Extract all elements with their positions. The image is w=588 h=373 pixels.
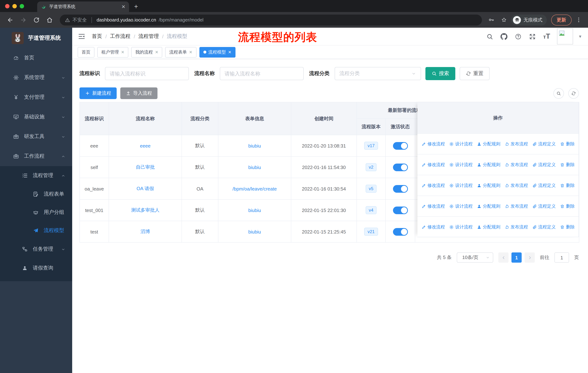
active-toggle[interactable] <box>393 206 408 214</box>
sidebar-item-system[interactable]: 系统管理 <box>0 68 72 87</box>
action-assign[interactable]: 分配规则 <box>477 182 500 189</box>
sidebar-item-devtools[interactable]: 研发工具 <box>0 127 72 146</box>
sidebar-item-workflow[interactable]: 工作流程 <box>0 146 72 166</box>
action-definition[interactable]: 流程定义 <box>532 161 556 168</box>
sidebar-item-task-management[interactable]: 任务管理 <box>0 240 72 259</box>
row-form-link[interactable]: biubiu <box>248 229 261 234</box>
process-key-input[interactable] <box>105 67 189 80</box>
action-definition[interactable]: 流程定义 <box>532 203 556 209</box>
action-assign[interactable]: 分配规则 <box>477 161 500 168</box>
action-edit[interactable]: 修改流程 <box>421 161 445 168</box>
action-definition[interactable]: 流程定义 <box>532 224 556 230</box>
breadcrumb-home[interactable]: 首页 <box>92 33 102 40</box>
action-assign[interactable]: 分配规则 <box>477 224 500 230</box>
action-delete[interactable]: 删除 <box>560 224 575 230</box>
action-delete[interactable]: 删除 <box>560 203 575 209</box>
tag-home[interactable]: 首页 <box>78 47 94 57</box>
tab-close-icon[interactable]: ✕ <box>121 4 126 9</box>
reload-icon[interactable] <box>33 17 40 23</box>
action-publish[interactable]: 发布流程 <box>504 161 528 168</box>
active-toggle[interactable] <box>393 228 408 235</box>
process-name-input[interactable] <box>220 67 304 80</box>
import-process-button[interactable]: 导入流程 <box>120 87 158 99</box>
breadcrumb-workflow[interactable]: 工作流程 <box>110 33 130 40</box>
row-form-link[interactable]: /bpm/oa/leave/create <box>232 186 277 192</box>
row-name-link[interactable]: 滔博 <box>141 229 150 234</box>
action-delete[interactable]: 删除 <box>560 161 575 168</box>
fullscreen-icon[interactable] <box>529 33 536 40</box>
browser-tab[interactable]: 芋道管理系统 ✕ <box>37 1 129 12</box>
active-toggle[interactable] <box>393 185 408 192</box>
action-assign[interactable]: 分配规则 <box>477 203 500 209</box>
sidebar-item-process-form[interactable]: 流程表单 <box>0 185 72 203</box>
goto-page-input[interactable] <box>555 252 569 263</box>
sidebar-collapse-icon[interactable] <box>78 33 85 40</box>
row-form-link[interactable]: biubiu <box>248 164 261 170</box>
page-size-select[interactable]: 10条/页 <box>457 252 493 263</box>
row-name-link[interactable]: 自己审批 <box>136 164 155 170</box>
active-toggle[interactable] <box>393 142 408 150</box>
action-edit[interactable]: 修改流程 <box>421 203 445 209</box>
action-publish[interactable]: 发布流程 <box>504 224 528 230</box>
sidebar-item-home[interactable]: 首页 <box>0 48 72 68</box>
tag-tenant[interactable]: 租户管理✕ <box>97 47 128 57</box>
action-design[interactable]: 设计流程 <box>449 203 473 209</box>
prev-page-button[interactable] <box>498 252 509 263</box>
action-delete[interactable]: 删除 <box>560 182 575 189</box>
tag-process-model[interactable]: 流程模型✕ <box>199 47 235 57</box>
address-bar[interactable]: 不安全 dashboard.yudao.iocoder.cn/bpm/manag… <box>60 14 482 25</box>
action-assign[interactable]: 分配规则 <box>477 141 500 147</box>
next-page-button[interactable] <box>525 252 535 263</box>
browser-menu-icon[interactable] <box>576 17 582 23</box>
sidebar-item-infrastructure[interactable]: 基础设施 <box>0 107 72 127</box>
action-edit[interactable]: 修改流程 <box>421 224 445 230</box>
action-delete[interactable]: 删除 <box>560 141 575 147</box>
action-definition[interactable]: 流程定义 <box>532 182 556 189</box>
help-icon[interactable] <box>515 33 522 40</box>
action-edit[interactable]: 修改流程 <box>421 141 445 147</box>
action-definition[interactable]: 流程定义 <box>532 141 556 147</box>
refresh-table-button[interactable] <box>568 88 579 99</box>
action-design[interactable]: 设计流程 <box>449 224 473 230</box>
tag-close-icon[interactable]: ✕ <box>121 50 124 54</box>
sidebar-item-leave-query[interactable]: 请假查询 <box>0 259 72 278</box>
row-name-link[interactable]: eeee <box>140 143 151 148</box>
sidebar-item-process-model[interactable]: 流程模型 <box>0 222 72 240</box>
breadcrumb-process-management[interactable]: 流程管理 <box>138 33 159 40</box>
bookmark-star-icon[interactable] <box>501 17 507 23</box>
reset-button[interactable]: 重置 <box>460 67 490 80</box>
action-design[interactable]: 设计流程 <box>449 182 473 189</box>
create-process-button[interactable]: 新建流程 <box>79 87 117 99</box>
github-icon[interactable] <box>501 33 507 40</box>
search-button[interactable]: 搜索 <box>425 67 455 80</box>
back-icon[interactable] <box>7 17 13 23</box>
tag-my-process[interactable]: 我的流程✕ <box>131 47 162 57</box>
page-number-1[interactable]: 1 <box>511 252 522 263</box>
home-icon[interactable] <box>46 17 53 23</box>
row-name-link[interactable]: OA 请假 <box>136 186 154 191</box>
forward-icon[interactable] <box>20 17 27 23</box>
minimize-window-button[interactable] <box>12 4 17 8</box>
new-tab-button[interactable]: + <box>134 3 138 12</box>
tag-close-icon[interactable]: ✕ <box>155 50 158 54</box>
search-icon[interactable] <box>486 33 493 40</box>
maximize-window-button[interactable] <box>20 4 24 8</box>
action-design[interactable]: 设计流程 <box>449 141 473 147</box>
row-form-link[interactable]: biubiu <box>248 207 261 213</box>
font-size-icon[interactable]: тT <box>543 32 550 40</box>
close-window-button[interactable] <box>5 4 10 8</box>
active-toggle[interactable] <box>393 163 408 171</box>
process-category-select[interactable]: 流程分类 <box>335 67 421 80</box>
action-publish[interactable]: 发布流程 <box>504 203 528 209</box>
password-key-icon[interactable] <box>488 17 494 23</box>
tag-close-icon[interactable]: ✕ <box>189 50 192 54</box>
sidebar-item-payment[interactable]: 支付管理 <box>0 87 72 107</box>
update-button[interactable]: 更新 <box>551 14 572 25</box>
action-design[interactable]: 设计流程 <box>449 161 473 168</box>
tag-close-icon[interactable]: ✕ <box>228 50 231 54</box>
show-search-button[interactable] <box>553 88 564 99</box>
row-form-link[interactable]: biubiu <box>248 143 261 148</box>
caret-down-icon[interactable]: ▼ <box>578 34 582 39</box>
avatar[interactable] <box>557 28 573 44</box>
action-publish[interactable]: 发布流程 <box>504 182 528 189</box>
